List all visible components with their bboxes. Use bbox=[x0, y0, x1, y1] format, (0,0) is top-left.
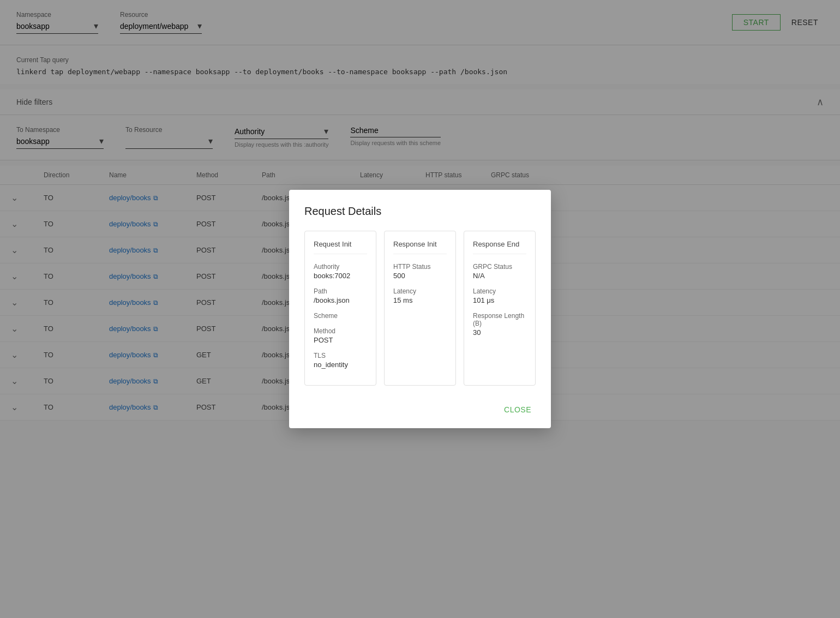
method-field-label: Method bbox=[314, 327, 367, 335]
field-method: Method POST bbox=[314, 327, 367, 344]
authority-field-value: books:7002 bbox=[314, 272, 367, 280]
response-length-field-label: Response Length (B) bbox=[473, 312, 526, 327]
field-tls: TLS no_identity bbox=[314, 352, 367, 369]
latency-end-field-value: 101 μs bbox=[473, 296, 526, 304]
authority-field-label: Authority bbox=[314, 263, 367, 271]
field-http-status: HTTP Status 500 bbox=[393, 263, 447, 280]
latency-resp-field-label: Latency bbox=[393, 287, 447, 295]
modal-title: Request Details bbox=[304, 205, 536, 218]
http-status-field-label: HTTP Status bbox=[393, 263, 447, 271]
tls-field-label: TLS bbox=[314, 352, 367, 359]
response-end-title: Response End bbox=[473, 240, 526, 254]
http-status-field-value: 500 bbox=[393, 272, 447, 280]
response-init-title: Response Init bbox=[393, 240, 447, 254]
close-button[interactable]: CLOSE bbox=[500, 402, 536, 417]
method-field-value: POST bbox=[314, 336, 367, 344]
tls-field-value: no_identity bbox=[314, 361, 367, 369]
request-details-modal: Request Details Request Init Authority b… bbox=[289, 190, 551, 428]
modal-footer: CLOSE bbox=[304, 397, 536, 417]
field-response-length: Response Length (B) 30 bbox=[473, 312, 526, 337]
page: Namespace booksapp ▾ Resource deployment… bbox=[0, 0, 840, 618]
field-grpc-status: GRPC Status N/A bbox=[473, 263, 526, 280]
path-field-value: /books.json bbox=[314, 296, 367, 304]
latency-end-field-label: Latency bbox=[473, 287, 526, 295]
grpc-status-field-value: N/A bbox=[473, 272, 526, 280]
field-authority: Authority books:7002 bbox=[314, 263, 367, 280]
modal-overlay[interactable]: Request Details Request Init Authority b… bbox=[0, 0, 840, 618]
modal-cards: Request Init Authority books:7002 Path /… bbox=[304, 231, 536, 386]
latency-resp-field-value: 15 ms bbox=[393, 296, 447, 304]
path-field-label: Path bbox=[314, 287, 367, 295]
field-scheme: Scheme bbox=[314, 312, 367, 320]
grpc-status-field-label: GRPC Status bbox=[473, 263, 526, 271]
request-init-card: Request Init Authority books:7002 Path /… bbox=[304, 231, 376, 386]
scheme-field-label: Scheme bbox=[314, 312, 367, 320]
field-path: Path /books.json bbox=[314, 287, 367, 304]
field-latency-resp: Latency 15 ms bbox=[393, 287, 447, 304]
request-init-title: Request Init bbox=[314, 240, 367, 254]
response-end-card: Response End GRPC Status N/A Latency 101… bbox=[464, 231, 536, 386]
response-length-field-value: 30 bbox=[473, 328, 526, 337]
field-latency-end: Latency 101 μs bbox=[473, 287, 526, 304]
response-init-card: Response Init HTTP Status 500 Latency 15… bbox=[384, 231, 456, 386]
